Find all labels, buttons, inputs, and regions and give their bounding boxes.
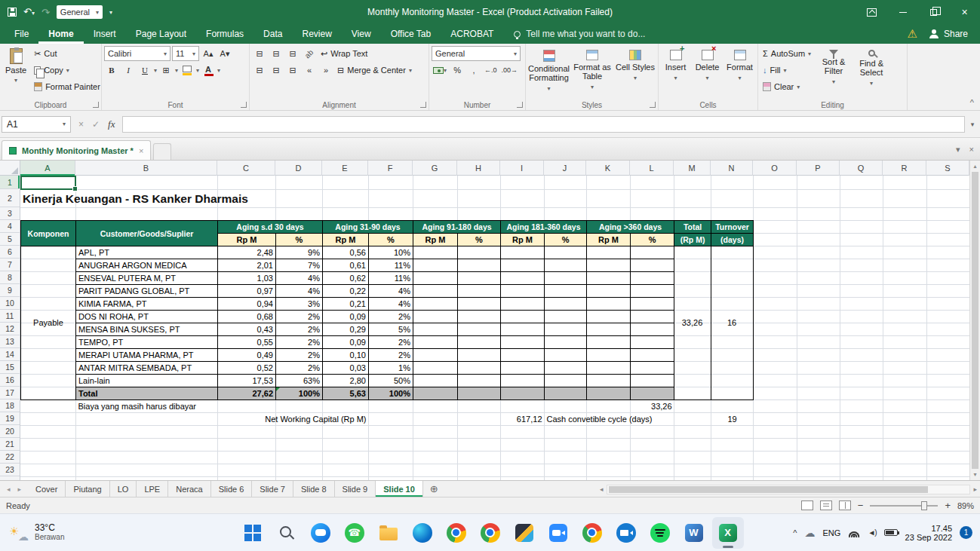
cell-empty[interactable] <box>413 272 458 285</box>
cell-empty[interactable] <box>587 349 631 362</box>
format-as-table-button[interactable]: Format as Table▾ <box>572 46 613 99</box>
cell-empty[interactable] <box>631 259 674 272</box>
cell-empty[interactable] <box>501 387 545 400</box>
header-aging-90[interactable]: Aging 31-90 days <box>323 221 413 234</box>
format-painter-button[interactable]: Format Painter <box>32 79 103 94</box>
meeting-app-button[interactable] <box>542 517 574 549</box>
subheader-rp[interactable]: Rp M <box>587 234 631 246</box>
decrease-indent-button[interactable]: « <box>302 63 317 78</box>
number-dialog-launcher-icon[interactable] <box>517 102 523 108</box>
orientation-button[interactable]: ab <box>302 46 317 61</box>
cell-empty[interactable] <box>587 336 631 349</box>
sheet-tab-slide-9[interactable]: Slide 9 <box>335 481 376 497</box>
align-left-button[interactable]: ⊟ <box>252 63 267 78</box>
tab-data[interactable]: Data <box>253 24 292 44</box>
tab-home[interactable]: Home <box>38 24 83 44</box>
cell-empty[interactable] <box>631 323 674 336</box>
cell-empty[interactable] <box>413 349 458 362</box>
column-header[interactable]: N <box>711 161 753 176</box>
cell-empty[interactable] <box>545 246 587 259</box>
close-workbook-tab-icon[interactable]: × <box>139 146 143 155</box>
cell-aging90-pct[interactable]: 4% <box>369 285 413 298</box>
cell-aging30-rp[interactable]: 0,94 <box>218 298 276 311</box>
row-header[interactable]: 20 <box>0 425 20 438</box>
tab-office-tab[interactable]: Office Tab <box>381 24 441 44</box>
cell-empty[interactable] <box>631 375 674 387</box>
new-sheet-button[interactable]: ⊕ <box>423 481 445 497</box>
cell-empty[interactable] <box>631 349 674 362</box>
paste-button[interactable]: Paste▾ <box>2 46 29 99</box>
clipboard-dialog-launcher-icon[interactable] <box>93 102 99 108</box>
cell-empty[interactable] <box>501 298 545 311</box>
clear-button[interactable]: Clear▾ <box>760 79 813 94</box>
cell-empty[interactable] <box>545 375 587 387</box>
cell-aging90-pct[interactable]: 2% <box>369 311 413 323</box>
cell-aging90-pct[interactable]: 2% <box>369 336 413 349</box>
cell-empty[interactable] <box>413 285 458 298</box>
spotify-button[interactable] <box>644 517 676 549</box>
column-header[interactable]: G <box>413 161 457 176</box>
borders-button[interactable]: ⊞ <box>158 63 174 78</box>
notification-badge[interactable]: 1 <box>960 526 972 539</box>
column-header[interactable]: O <box>753 161 797 176</box>
column-header[interactable]: I <box>500 161 544 176</box>
cell-nwc-value[interactable]: 617,12 <box>369 413 545 426</box>
cell-aging30-pct[interactable]: 2% <box>276 362 323 375</box>
cell-empty[interactable] <box>545 285 587 298</box>
cell-aging30-pct[interactable]: 3% <box>276 298 323 311</box>
row-header[interactable]: 8 <box>0 271 20 284</box>
cell-aging30-pct[interactable]: 2% <box>276 311 323 323</box>
cell-empty[interactable] <box>501 349 545 362</box>
photos-app-button[interactable] <box>508 517 540 549</box>
cell-empty[interactable] <box>631 298 674 311</box>
cell-styles-button[interactable]: Cell Styles▾ <box>615 46 656 99</box>
row-header[interactable]: 23 <box>0 464 20 476</box>
cell-empty[interactable] <box>413 323 458 336</box>
font-name-select[interactable]: Calibri▾ <box>104 46 171 61</box>
cell-aging90-rp[interactable]: 0,21 <box>323 298 369 311</box>
cell-empty[interactable] <box>458 362 501 375</box>
cell-aging90-pct[interactable]: 2% <box>369 349 413 362</box>
cell-empty[interactable] <box>631 311 674 323</box>
cell-aging90-rp[interactable]: 2,80 <box>323 375 369 387</box>
subheader-pct[interactable]: % <box>369 234 413 246</box>
vertical-scroll-thumb[interactable] <box>972 172 978 469</box>
cell-empty[interactable] <box>545 323 587 336</box>
share-button[interactable]: Share <box>929 29 968 39</box>
cell-aging90-rp[interactable]: 0,29 <box>323 323 369 336</box>
font-color-button[interactable]: A <box>201 63 216 78</box>
cell-ccc-value[interactable]: 19 <box>711 413 754 426</box>
column-header[interactable]: B <box>75 161 217 176</box>
cell-empty[interactable] <box>501 375 545 387</box>
onedrive-icon[interactable]: ☁ <box>805 527 816 539</box>
cell-empty[interactable] <box>587 311 631 323</box>
whatsapp-button[interactable]: ☎ <box>339 517 370 549</box>
cell-empty[interactable] <box>587 272 631 285</box>
subheader-pct[interactable]: % <box>545 234 587 246</box>
cell-empty[interactable] <box>545 298 587 311</box>
cell-aging30-rp[interactable]: 0,49 <box>218 349 276 362</box>
cell-empty[interactable] <box>631 272 674 285</box>
italic-button[interactable]: I <box>121 63 136 78</box>
row-header[interactable]: 7 <box>0 259 20 271</box>
normal-view-button[interactable] <box>801 500 813 510</box>
cell-supplier-name[interactable]: Lain-lain <box>76 375 218 387</box>
cell-empty[interactable] <box>501 285 545 298</box>
cell-aging90-pct[interactable]: 11% <box>369 259 413 272</box>
cell-empty[interactable] <box>631 336 674 349</box>
row-header[interactable]: 16 <box>0 374 20 387</box>
edge-button[interactable] <box>407 517 438 549</box>
close-button[interactable]: × <box>949 0 980 24</box>
cell-aging90-pct[interactable]: 10% <box>369 246 413 259</box>
column-header[interactable]: C <box>217 161 275 176</box>
cell-supplier-name[interactable]: DOS NI ROHA, PT <box>76 311 218 323</box>
column-header[interactable]: K <box>586 161 630 176</box>
row-header[interactable]: 5 <box>0 233 20 246</box>
cell-empty[interactable] <box>545 349 587 362</box>
cell-empty[interactable] <box>587 323 631 336</box>
header-customer[interactable]: Customer/Goods/Suplier <box>76 221 218 246</box>
bottom-align-button[interactable]: ⊟ <box>285 46 300 61</box>
cell-empty[interactable] <box>76 413 218 426</box>
cell-empty[interactable] <box>458 375 501 387</box>
top-align-button[interactable]: ⊟ <box>252 46 267 61</box>
